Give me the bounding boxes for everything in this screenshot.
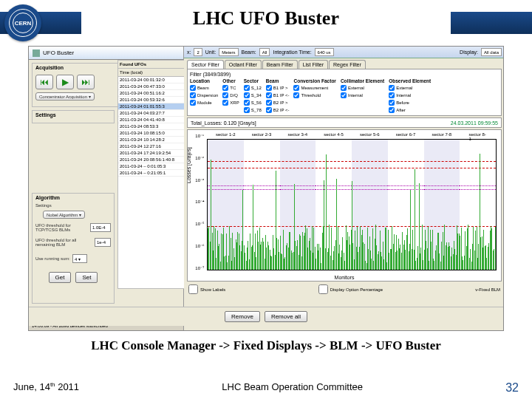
found-ufo-row[interactable]: 2011-03-24 00:51:16:2 xyxy=(118,90,185,97)
display-percentage-input[interactable] xyxy=(318,284,328,294)
filter-checkbox-input[interactable] xyxy=(293,85,299,91)
filter-checkbox[interactable]: Internal xyxy=(341,92,384,98)
show-labels-checkbox[interactable]: Show Labels xyxy=(188,284,225,294)
filter-checkbox-input[interactable] xyxy=(389,92,395,98)
get-button[interactable]: Get xyxy=(49,272,72,283)
sector-label: sector 4-5 xyxy=(324,132,344,137)
filter-checkbox-input[interactable] xyxy=(190,100,196,106)
filter-checkbox[interactable]: B2 IP > xyxy=(266,100,290,106)
prev-button[interactable]: ⏮ xyxy=(35,75,53,89)
filter-checkbox[interactable]: After xyxy=(389,107,431,113)
display-percentage-checkbox[interactable]: Display Option Percentage xyxy=(318,284,383,294)
filter-checkbox-input[interactable] xyxy=(244,107,250,113)
magenta-band xyxy=(208,189,244,190)
filter-checkbox-label: Internal xyxy=(348,93,363,98)
filter-checkbox-input[interactable] xyxy=(266,107,272,113)
found-ufo-row[interactable]: 2011-03-24 10:08:15:0 xyxy=(118,130,185,137)
found-ufo-row[interactable]: 2011-03-24 10:14:28:2 xyxy=(118,137,185,143)
filter-checkbox-label: Threshold xyxy=(301,93,321,98)
found-ufo-row[interactable]: 2011-03-24 – 0:01:05:3 xyxy=(118,163,185,170)
found-ufo-row[interactable]: 2011-03-24 17:24:19:2:54 xyxy=(118,150,185,157)
running-sum-dropdown[interactable]: 4 ▾ xyxy=(72,254,87,263)
remove-button[interactable]: Remove xyxy=(225,311,260,322)
set-button[interactable]: Set xyxy=(75,272,98,283)
filter-checkbox-input[interactable] xyxy=(266,100,272,106)
filter-checkbox[interactable]: External xyxy=(341,85,384,91)
filter-checkbox[interactable]: B1 IP <- xyxy=(266,92,290,98)
filter-checkbox[interactable]: B2 IP <- xyxy=(266,107,290,113)
tab-octant-filter[interactable]: Octant Filter xyxy=(225,60,262,69)
tab-list-filter[interactable]: List Filter xyxy=(299,60,328,69)
filter-checkbox[interactable]: Beam xyxy=(190,85,218,91)
found-ufo-row[interactable]: 2011-03-24 01:01:55:3 xyxy=(118,103,185,110)
filter-checkbox[interactable]: Module xyxy=(190,100,218,106)
losses-plot[interactable]: Losses [Gray/s] 10⁻¹10⁻²10⁻³10⁻⁴10⁻⁵10⁻⁶… xyxy=(187,129,502,282)
found-ufo-row[interactable]: 2011-03-24 20:08:56:1:40:8 xyxy=(118,157,185,163)
y-tick: 10⁻² xyxy=(189,155,204,160)
thr1-input[interactable]: 1.0E-4 xyxy=(90,223,111,232)
show-labels-input[interactable] xyxy=(188,284,198,294)
filter-checkbox[interactable]: S_12 xyxy=(244,85,262,91)
found-ufo-row[interactable]: 2011-03-24 00:01:32:0 xyxy=(118,77,185,83)
filter-checkbox-input[interactable] xyxy=(190,85,196,91)
found-ufo-row[interactable]: 2011-03-24 04:03:27:7 xyxy=(118,110,185,117)
unit-dropdown[interactable]: Meters xyxy=(219,48,238,56)
beam-dropdown[interactable]: All xyxy=(259,48,270,56)
magenta-band xyxy=(316,189,352,190)
filter-checkbox-input[interactable] xyxy=(389,107,395,113)
loss-spike xyxy=(495,227,496,270)
tab-beam-filter[interactable]: Beam Filter xyxy=(262,60,298,69)
filter-checkbox-input[interactable] xyxy=(266,92,272,98)
filter-checkbox[interactable]: S_78 xyxy=(244,107,262,113)
found-ufo-row[interactable]: 2011-03-24 – 0:21:05:1 xyxy=(118,170,185,177)
filter-checkbox-input[interactable] xyxy=(222,92,228,98)
remove-all-button[interactable]: Remove all xyxy=(265,311,307,322)
filter-checkbox[interactable]: XRP xyxy=(222,100,239,106)
found-ufos-list[interactable]: Found UFOs Time (local) 2011-03-24 00:01… xyxy=(117,60,185,289)
display-dropdown[interactable]: All data xyxy=(481,48,502,56)
filter-checkbox[interactable]: Before xyxy=(389,100,431,106)
display-label: Display: xyxy=(460,50,478,55)
filter-checkbox-input[interactable] xyxy=(222,100,228,106)
filter-checkbox[interactable]: B1 IP > xyxy=(266,85,290,91)
filter-box: Filter (3849/3899) LocationBeamDispersio… xyxy=(187,69,502,116)
concentrator-dropdown[interactable]: Concentrator Acquisition ▾ xyxy=(35,92,95,100)
filter-checkbox-input[interactable] xyxy=(389,100,395,106)
filter-checkbox-input[interactable] xyxy=(341,85,347,91)
thr2-input[interactable]: 1e-4 xyxy=(95,238,111,247)
filter-checkbox-input[interactable] xyxy=(389,85,395,91)
filter-checkbox[interactable]: External xyxy=(389,85,431,91)
filter-checkbox-input[interactable] xyxy=(266,85,272,91)
filter-checkbox-input[interactable] xyxy=(341,92,347,98)
filter-checkbox-input[interactable] xyxy=(244,100,250,106)
filter-checkbox-input[interactable] xyxy=(244,92,250,98)
cern-logo: CERN xyxy=(4,4,41,41)
found-ufo-row[interactable]: 2011-03-24 12:27:16 xyxy=(118,143,185,150)
filter-checkbox[interactable]: TC xyxy=(222,85,239,91)
algorithm-dropdown[interactable]: Nobel Algorithm ▾ xyxy=(43,211,85,219)
filter-checkbox-input[interactable] xyxy=(222,85,228,91)
losses-window: x: 2 Unit: Meters Beam: All Integration … xyxy=(184,47,504,331)
found-ufo-row[interactable]: 2011-03-24 00:53:32:6 xyxy=(118,97,185,103)
filter-checkbox[interactable]: D/Q xyxy=(222,92,239,98)
filter-checkbox[interactable]: Dispersion xyxy=(190,92,218,98)
filter-checkbox[interactable]: S_34 xyxy=(244,92,262,98)
x-input[interactable]: 2 xyxy=(194,48,202,56)
filter-checkbox[interactable]: S_56 xyxy=(244,100,262,106)
found-ufo-row[interactable]: 2011-03-24 08:53:3 xyxy=(118,123,185,130)
filter-checkbox-input[interactable] xyxy=(293,92,299,98)
filter-checkbox-input[interactable] xyxy=(190,92,196,98)
win-left-title: UFO Buster xyxy=(29,47,183,60)
play-button[interactable]: ▶ xyxy=(56,75,74,89)
next-button[interactable]: ⏭ xyxy=(77,75,95,89)
found-ufo-row[interactable]: 2011-03-24 00:47:33:0 xyxy=(118,83,185,90)
filter-checkbox[interactable]: Threshold xyxy=(293,92,335,98)
filter-checkbox[interactable]: Measurement xyxy=(293,85,335,91)
plot-options-bar: Show Labels Display Option Percentage v-… xyxy=(184,283,504,296)
found-ufo-row[interactable]: 2011-03-24 04:41:40:8 xyxy=(118,117,185,123)
filter-checkbox[interactable]: Internal xyxy=(389,92,431,98)
filter-checkbox-input[interactable] xyxy=(244,85,250,91)
tab-sector-filter[interactable]: Sector Filter xyxy=(187,60,224,69)
tab-regex-filter[interactable]: Regex Filter xyxy=(329,60,366,69)
int-dropdown[interactable]: 640 us xyxy=(315,48,334,56)
